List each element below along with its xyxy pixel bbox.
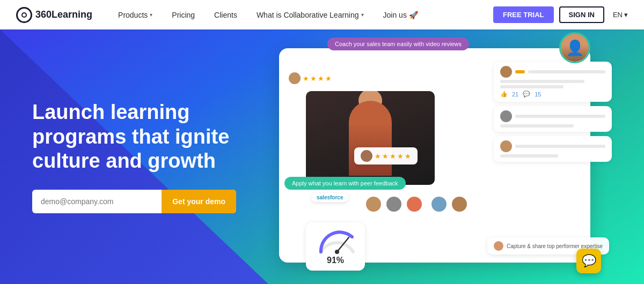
mini-avatar-2 xyxy=(361,150,372,162)
stars-rating-bottom: ★ ★ ★ ★ ★ xyxy=(354,147,418,165)
line-content-4 xyxy=(515,115,605,118)
free-trial-button[interactable]: FREE TRIAL xyxy=(493,6,554,23)
line-content-2 xyxy=(500,80,584,83)
gauge-svg xyxy=(316,228,358,255)
chevron-down-icon-2: ▾ xyxy=(361,12,364,18)
video-background xyxy=(306,91,435,185)
line-content-3 xyxy=(500,85,564,88)
line-content-5 xyxy=(500,124,574,128)
salesforce-badge: salesforce xyxy=(311,193,348,202)
navbar: 360Learning Products ▾ Pricing Clients W… xyxy=(0,0,644,29)
avatar-peer-3 xyxy=(406,196,423,213)
stars-rating-top: ★ ★ ★ ★ xyxy=(283,70,337,87)
video-panel xyxy=(306,91,435,185)
chevron-down-icon-lang: ▾ xyxy=(624,11,628,19)
avatars-group xyxy=(365,196,468,213)
line-indicator-1 xyxy=(515,70,525,73)
activity-item-2 xyxy=(494,106,612,132)
svg-point-1 xyxy=(335,250,339,254)
comment-icon: 💬 xyxy=(523,91,530,98)
language-selector[interactable]: EN ▾ xyxy=(613,11,628,19)
star-4: ★ xyxy=(325,74,332,83)
person-avatar: 👤 xyxy=(561,34,589,62)
star-rating-row: ★ ★ ★ ★ xyxy=(303,74,332,83)
sign-in-button[interactable]: SIGN IN xyxy=(559,6,604,23)
hero-title: Launch learning programs that ignite cul… xyxy=(32,100,258,174)
avatar-peer-4 xyxy=(430,196,448,213)
nav-item-collaborative[interactable]: What is Collaborative Learning ▾ xyxy=(247,0,374,29)
tooltip-coach: Coach your sales team easily with video … xyxy=(327,38,469,50)
nav-item-products[interactable]: Products ▾ xyxy=(108,0,162,29)
nav-item-join[interactable]: Join us 🚀 xyxy=(374,0,428,29)
star-b2: ★ xyxy=(382,152,389,160)
thumbs-up-icon: 👍 xyxy=(500,91,508,98)
avatar-peer-5 xyxy=(451,196,468,213)
mini-avatar-1 xyxy=(289,72,301,84)
star-b3: ★ xyxy=(390,152,396,160)
nav-item-pricing[interactable]: Pricing xyxy=(162,0,204,29)
right-activity-panel: 👍 21 💬 15 xyxy=(494,62,612,166)
star-b5: ★ xyxy=(405,152,411,160)
gauge-percentage: 91% xyxy=(316,256,355,265)
nav-right: FREE TRIAL SIGN IN EN ▾ xyxy=(493,6,628,23)
chat-button[interactable]: 💬 xyxy=(576,249,601,273)
chat-icon: 💬 xyxy=(582,254,596,268)
line-content-1 xyxy=(528,70,605,73)
likes-row: 👍 21 💬 15 xyxy=(500,91,605,98)
logo-text: 360Learning xyxy=(35,9,92,20)
star-2: ★ xyxy=(310,74,317,83)
micro-avatar-3 xyxy=(500,140,512,152)
hero-demo-form: Get your demo xyxy=(32,190,236,213)
capture-avatar xyxy=(494,241,503,251)
nav-item-clients[interactable]: Clients xyxy=(204,0,247,29)
get-demo-button[interactable]: Get your demo xyxy=(162,190,236,213)
comments-count: 15 xyxy=(535,91,541,98)
logo[interactable]: 360Learning xyxy=(16,7,92,23)
star-b4: ★ xyxy=(397,152,404,160)
gauge-widget: 91% xyxy=(306,222,365,271)
chevron-down-icon: ▾ xyxy=(150,12,152,18)
star-b1: ★ xyxy=(375,152,381,160)
activity-item-1: 👍 21 💬 15 xyxy=(494,62,612,102)
tooltip-peer: Apply what you learn with peer feedback xyxy=(284,177,406,190)
demo-email-input[interactable] xyxy=(32,190,162,213)
avatar-peer-1 xyxy=(365,196,382,213)
hero-right-mockup: Coach your sales team easily with video … xyxy=(258,29,612,284)
hero-left-content: Launch learning programs that ignite cul… xyxy=(32,100,258,213)
hero-section: Launch learning programs that ignite cul… xyxy=(0,29,644,284)
star-1: ★ xyxy=(303,74,309,83)
activity-item-3 xyxy=(494,136,612,162)
micro-avatar-2 xyxy=(500,110,512,122)
capture-text: Capture & share top performer expertise xyxy=(507,243,603,249)
avatar-top-right: 👤 xyxy=(559,32,590,63)
likes-count: 21 xyxy=(512,91,518,98)
star-3: ★ xyxy=(318,74,324,83)
nav-links: Products ▾ Pricing Clients What is Colla… xyxy=(108,0,493,29)
avatar-peer-2 xyxy=(385,196,402,213)
line-content-7 xyxy=(500,154,558,158)
line-content-6 xyxy=(515,145,605,148)
micro-avatar-1 xyxy=(500,66,512,78)
logo-icon xyxy=(16,7,32,23)
star-rating-row-2: ★ ★ ★ ★ ★ xyxy=(375,152,411,160)
